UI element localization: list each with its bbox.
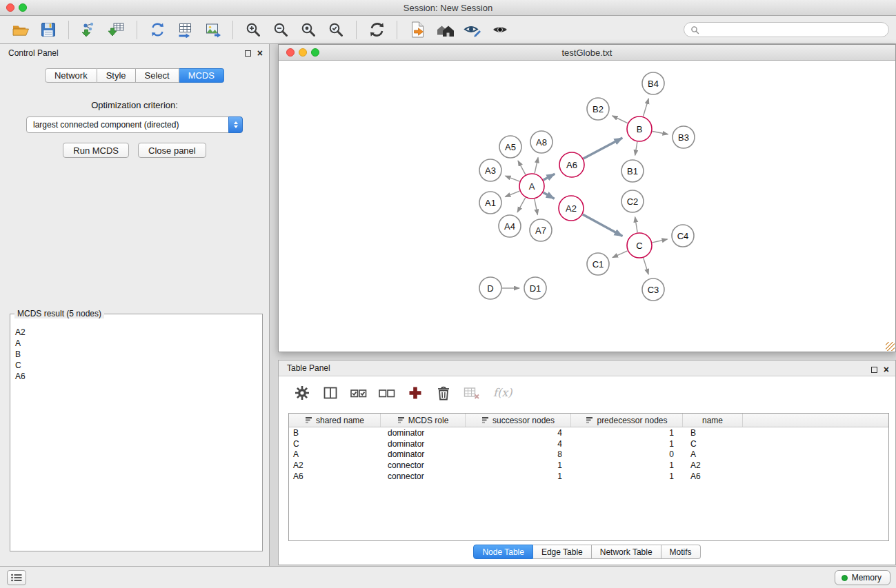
graph-edge-B-B2[interactable] [613,116,628,123]
manage-columns-button[interactable] [321,383,340,403]
graph-edge-A-A5[interactable] [518,161,526,174]
graph-node-C2[interactable]: C2 [621,190,644,212]
deselect-all-button[interactable] [377,383,397,403]
cell-predecessor-nodes[interactable]: 0 [571,449,683,459]
mcds-result-item[interactable]: C [15,360,257,371]
graph-node-B2[interactable]: B2 [587,98,609,120]
task-history-button[interactable] [7,570,26,585]
graph-edge-B-B3[interactable] [653,132,668,134]
table-row[interactable]: A2 connector 1 1 A2 [289,460,888,471]
tab-network[interactable]: Network [45,68,97,83]
save-session-button[interactable] [34,18,62,41]
graph-edge-C-C2[interactable] [635,217,638,233]
mcds-result-item[interactable]: A [15,338,257,349]
graph-edge-A6-B[interactable] [584,138,623,159]
close-table-panel-icon[interactable]: × [884,365,889,374]
cell-mcds-role[interactable]: dominator [381,449,466,459]
graph-edge-A-A8[interactable] [535,158,538,174]
cell-name[interactable]: A [683,449,743,459]
table-row[interactable]: A dominator 8 0 A [289,449,888,460]
mcds-result-item[interactable]: B [15,349,257,360]
network-minimize-button[interactable] [299,48,307,57]
graph-edge-A-A4[interactable] [517,198,526,212]
cell-name[interactable]: A6 [683,472,743,481]
network-zoom-button[interactable] [311,48,319,57]
refresh-button[interactable] [363,18,390,41]
graph-node-D[interactable]: D [479,277,501,299]
cell-shared-name[interactable]: A [289,449,381,459]
cell-predecessor-nodes[interactable]: 1 [571,460,683,470]
cell-successor-nodes[interactable]: 4 [466,439,571,449]
graph-node-A[interactable]: A [519,174,544,199]
tab-node-table[interactable]: Node Table [473,545,533,559]
add-column-button[interactable] [406,383,425,403]
column-header-name[interactable]: name [683,414,743,427]
graph-edge-B-B4[interactable] [644,99,649,116]
zoom-window-button[interactable] [19,3,27,12]
graph-node-B1[interactable]: B1 [621,160,644,182]
cell-shared-name[interactable]: A2 [289,460,381,470]
zoom-selected-button[interactable] [322,18,350,41]
tab-mcds[interactable]: MCDS [179,68,224,83]
cell-mcds-role[interactable]: connector [381,472,466,481]
table-row[interactable]: C dominator 4 1 C [289,438,888,449]
graph-node-A1[interactable]: A1 [479,192,501,214]
graph-edge-A-A3[interactable] [506,176,520,181]
cell-mcds-role[interactable]: connector [381,460,466,470]
open-recent-file-button[interactable] [404,18,431,41]
open-session-button[interactable] [7,18,34,41]
close-panel-button[interactable]: Close panel [138,143,206,158]
cell-mcds-role[interactable]: dominator [381,439,466,449]
cell-shared-name[interactable]: B [289,428,381,438]
network-cycle-button[interactable] [143,18,171,41]
graph-node-B[interactable]: B [627,116,652,141]
zoom-out-button[interactable] [267,18,295,41]
graph-edge-A-A2[interactable] [544,192,555,199]
graph-edge-A-A6[interactable] [544,174,555,180]
import-network-file-button[interactable] [75,18,103,41]
cell-successor-nodes[interactable]: 8 [466,449,571,459]
search-box[interactable] [684,22,889,37]
cell-successor-nodes[interactable]: 1 [466,472,571,481]
home-button[interactable] [431,18,459,41]
eye-button[interactable] [486,18,514,41]
column-header-successor-nodes[interactable]: successor nodes [466,414,571,427]
cell-predecessor-nodes[interactable]: 1 [571,428,683,438]
cell-successor-nodes[interactable]: 1 [466,460,571,470]
cell-name[interactable]: A2 [683,460,743,470]
zoom-fit-button[interactable] [295,18,322,41]
tab-network-table[interactable]: Network Table [592,545,661,559]
graph-node-B3[interactable]: B3 [673,126,695,148]
float-table-panel-icon[interactable] [871,367,877,373]
criterion-dropdown[interactable]: largest connected component (directed) [26,116,243,133]
window-resize-grip[interactable] [886,342,895,351]
table-row[interactable]: B dominator 4 1 B [289,427,888,438]
graph-edge-C-C1[interactable] [613,251,628,258]
tab-motifs[interactable]: Motifs [661,545,701,559]
tab-select[interactable]: Select [136,68,179,83]
cell-successor-nodes[interactable]: 4 [466,428,571,438]
graph-node-D1[interactable]: D1 [524,277,546,299]
graph-node-A2[interactable]: A2 [559,196,584,221]
search-input[interactable] [703,25,882,34]
network-canvas[interactable]: B4B2BB3A5A8A6B1A3AC2A1A2A4A7C4CC1C3DD1 [279,61,895,352]
import-table-file-button[interactable] [103,18,130,41]
close-panel-icon[interactable]: × [257,48,263,58]
graph-node-C4[interactable]: C4 [672,225,694,247]
column-header-shared-name[interactable]: shared name [289,414,381,427]
run-mcds-button[interactable]: Run MCDS [63,143,129,158]
cell-predecessor-nodes[interactable]: 1 [571,472,683,481]
cell-name[interactable]: B [683,428,743,438]
graph-node-A5[interactable]: A5 [499,136,521,158]
graph-edge-C-C4[interactable] [653,239,668,243]
column-header-predecessor-nodes[interactable]: predecessor nodes [571,414,683,427]
graph-edge-A-A1[interactable] [505,191,519,196]
graph-edge-B-B1[interactable] [635,142,637,156]
delete-column-button[interactable] [434,383,453,403]
graph-node-A7[interactable]: A7 [530,219,552,241]
mcds-result-item[interactable]: A2 [15,327,257,338]
cell-mcds-role[interactable]: dominator [381,428,466,438]
select-all-button[interactable] [349,383,368,403]
eye-edit-button[interactable] [459,18,486,41]
graph-edge-A-A7[interactable] [535,199,538,215]
